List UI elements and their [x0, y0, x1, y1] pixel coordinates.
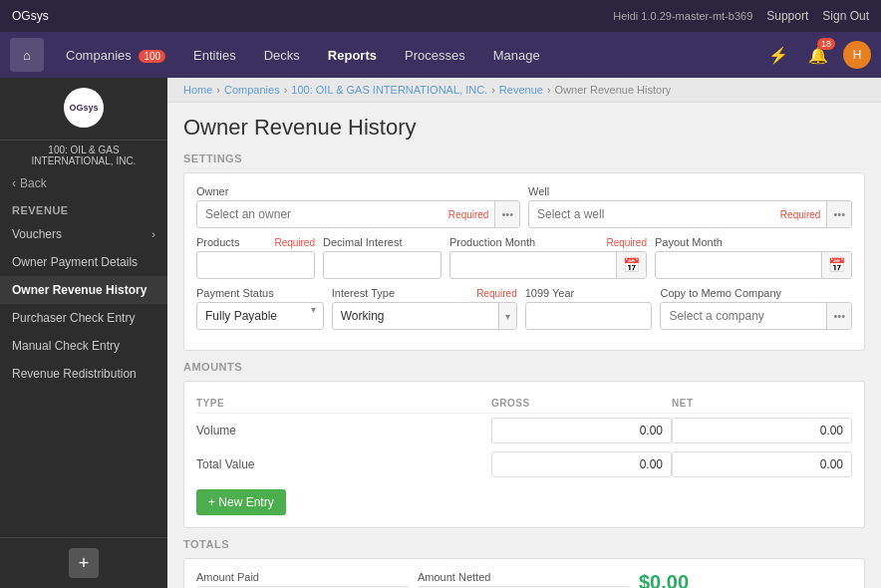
- nav-item-companies[interactable]: Companies 100: [54, 42, 177, 69]
- nav-item-reports[interactable]: Reports: [316, 42, 389, 69]
- sidebar-item-owner-revenue[interactable]: Owner Revenue History: [0, 276, 167, 304]
- main-nav: ⌂ Companies 100 Entities Decks Reports P…: [0, 32, 881, 78]
- row-total-gross: [491, 447, 672, 481]
- year-1099-label: 1099 Year: [525, 287, 575, 299]
- support-link[interactable]: Support: [766, 9, 808, 23]
- amounts-box: TYPE GROSS NET Volume: [183, 381, 865, 528]
- well-field-group: Well Required •••: [528, 185, 852, 228]
- interest-type-input[interactable]: [333, 303, 498, 329]
- sidebar-logo: OGsys: [0, 78, 167, 141]
- total-net-input[interactable]: [672, 451, 852, 477]
- products-label: Products: [196, 236, 239, 248]
- settings-label: SETTINGS: [183, 152, 865, 164]
- row-volume-net: [672, 414, 852, 448]
- table-row: Volume: [196, 414, 852, 448]
- prod-month-input[interactable]: [450, 252, 616, 278]
- page-title: Owner Revenue History: [183, 115, 865, 141]
- sidebar-bottom: +: [0, 537, 167, 588]
- net-amount-value: $0.00: [639, 571, 852, 588]
- total-gross-input[interactable]: [491, 451, 672, 477]
- sidebar-item-redistribution[interactable]: Revenue Redistribution: [0, 360, 167, 388]
- prod-month-group: Production Month Required 📅: [449, 236, 647, 279]
- col-net: NET: [672, 394, 852, 414]
- nav-item-manage[interactable]: Manage: [481, 42, 552, 69]
- app-title: OGsys: [12, 9, 49, 23]
- col-gross: GROSS: [491, 394, 672, 414]
- signout-link[interactable]: Sign Out: [822, 9, 869, 23]
- net-amount-due-group: $0.00 NET AMOUNT DUE: [639, 571, 852, 588]
- well-more-btn[interactable]: •••: [826, 201, 851, 227]
- notification-button[interactable]: 🔔 18: [803, 40, 833, 70]
- decimal-label: Decimal Interest: [323, 236, 402, 248]
- settings-row-2: Products Required 1: Oil Decimal Interes…: [196, 236, 852, 279]
- breadcrumb-home[interactable]: Home: [183, 84, 212, 96]
- row-total-type: Total Value: [196, 447, 491, 481]
- settings-row-1: Owner Required ••• Well: [196, 185, 852, 228]
- payout-month-group: Payout Month 📅: [655, 236, 852, 279]
- year-1099-input[interactable]: 2017: [525, 302, 653, 330]
- copy-memo-input[interactable]: [661, 303, 826, 329]
- payout-input[interactable]: [656, 252, 821, 278]
- sidebar-item-owner-payment[interactable]: Owner Payment Details: [0, 248, 167, 276]
- volume-gross-input[interactable]: [491, 418, 672, 443]
- breadcrumb-revenue[interactable]: Revenue: [499, 84, 543, 96]
- amount-netted-group: Amount Netted 0.00: [418, 571, 631, 588]
- owner-input[interactable]: [197, 201, 442, 227]
- add-button[interactable]: +: [69, 548, 99, 578]
- sidebar-item-vouchers[interactable]: Vouchers ›: [0, 220, 167, 248]
- nav-right: ⚡ 🔔 18 H: [763, 40, 871, 70]
- nav-item-processes[interactable]: Processes: [393, 42, 477, 69]
- prod-month-calendar[interactable]: 📅: [616, 252, 646, 278]
- prod-month-label: Production Month: [449, 236, 535, 248]
- page-body: Owner Revenue History SETTINGS Owner Req…: [167, 103, 881, 588]
- nav-item-entities[interactable]: Entities: [181, 42, 248, 69]
- totals-row: Amount Paid 0.00 Amount Netted 0.00 $0.0…: [196, 571, 852, 588]
- settings-row-3: Payment Status Fully Payable Suspense No…: [196, 287, 852, 330]
- totals-label: TOTALS: [183, 538, 865, 550]
- home-button[interactable]: ⌂: [10, 38, 44, 72]
- products-input[interactable]: 1: Oil: [196, 251, 315, 279]
- payment-status-select[interactable]: Fully Payable Suspense Non-Participating: [196, 302, 324, 330]
- copy-memo-more-btn[interactable]: •••: [826, 303, 851, 329]
- companies-badge: 100: [139, 50, 165, 63]
- sidebar-company-name: 100: OIL & GAS INTERNATIONAL, INC.: [0, 141, 167, 170]
- totals-box: Amount Paid 0.00 Amount Netted 0.00 $0.0…: [183, 558, 865, 588]
- payment-status-group: Payment Status Fully Payable Suspense No…: [196, 287, 324, 330]
- owner-label: Owner: [196, 185, 228, 197]
- amount-paid-label: Amount Paid: [196, 571, 410, 583]
- top-bar: OGsys Heidi 1.0.29-master-mt-b369 Suppor…: [0, 0, 881, 32]
- owner-input-wrapper: Required •••: [196, 200, 520, 228]
- sidebar: OGsys 100: OIL & GAS INTERNATIONAL, INC.…: [0, 78, 167, 588]
- interest-type-arrow[interactable]: ▾: [498, 303, 516, 329]
- back-button[interactable]: ‹ Back: [0, 170, 167, 196]
- sidebar-item-purchaser-check[interactable]: Purchaser Check Entry: [0, 304, 167, 332]
- version-label: Heidi 1.0.29-master-mt-b369: [613, 10, 752, 22]
- app-name: OGsys: [12, 9, 49, 23]
- copy-memo-group: Copy to Memo Company •••: [660, 287, 852, 330]
- payment-status-label: Payment Status: [196, 287, 274, 299]
- breadcrumb-companies[interactable]: Companies: [224, 84, 280, 96]
- col-type: TYPE: [196, 394, 491, 414]
- well-required: Required: [774, 201, 827, 227]
- bolt-button[interactable]: ⚡: [763, 40, 793, 70]
- products-group: Products Required 1: Oil: [196, 236, 315, 279]
- decimal-input[interactable]: 0: [323, 251, 441, 279]
- interest-type-label: Interest Type: [332, 287, 395, 299]
- row-volume-type: Volume: [196, 414, 491, 448]
- main-content: Home › Companies › 100: OIL & GAS INTERN…: [167, 78, 881, 588]
- sidebar-item-manual-check[interactable]: Manual Check Entry: [0, 332, 167, 360]
- owner-required: Required: [442, 201, 495, 227]
- payout-calendar[interactable]: 📅: [821, 252, 851, 278]
- new-entry-button[interactable]: + New Entry: [196, 489, 286, 515]
- well-input[interactable]: [529, 201, 774, 227]
- logo-icon: OGsys: [64, 88, 104, 128]
- nav-item-decks[interactable]: Decks: [252, 42, 312, 69]
- volume-net-input[interactable]: [672, 418, 852, 443]
- owner-more-btn[interactable]: •••: [494, 201, 519, 227]
- owner-field-group: Owner Required •••: [196, 185, 520, 228]
- well-input-wrapper: Required •••: [528, 200, 852, 228]
- breadcrumb-company[interactable]: 100: OIL & GAS INTERNATIONAL, INC.: [291, 84, 487, 96]
- settings-box: Owner Required ••• Well: [183, 172, 865, 351]
- avatar-button[interactable]: H: [843, 41, 871, 69]
- row-volume-gross: [491, 414, 672, 448]
